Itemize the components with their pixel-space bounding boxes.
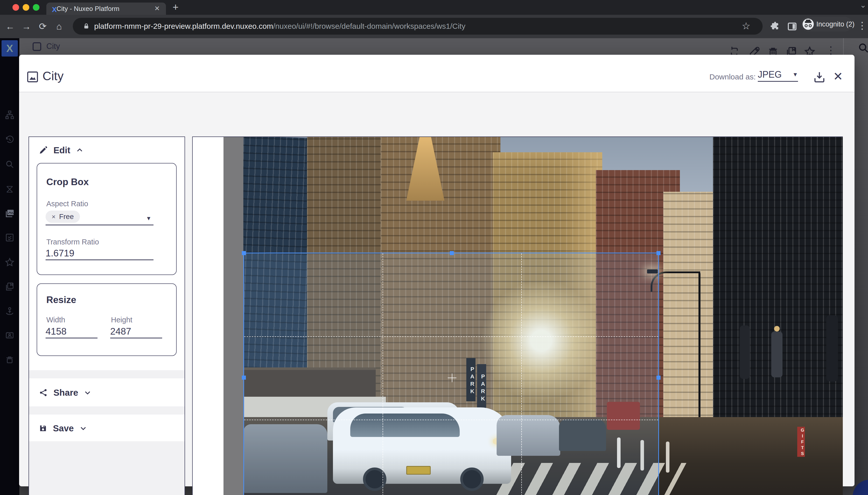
crop-guide-vertical [383, 253, 383, 495]
transform-ratio-input[interactable] [46, 247, 154, 260]
aspect-ratio-chip[interactable]: × Free [46, 210, 80, 223]
crop-handle-n[interactable] [450, 251, 454, 255]
edit-panel: Edit Crop Box Aspect Ratio × Free ▼ [29, 136, 185, 495]
extensions-puzzle-icon[interactable] [770, 21, 780, 32]
add-to-collection-icon[interactable] [785, 46, 797, 55]
sidebar-item-assets[interactable] [0, 208, 19, 219]
drawer-search-icon[interactable] [857, 42, 868, 54]
section-gap [29, 406, 185, 414]
incognito-label: Incognito (2) [816, 20, 854, 28]
document-menu-kebab-icon[interactable]: ⋮ [826, 44, 836, 55]
aspect-ratio-label: Aspect Ratio [46, 200, 88, 208]
download-button[interactable] [813, 70, 826, 84]
chip-remove-icon[interactable]: × [52, 213, 55, 221]
sidebar-item-browse[interactable] [0, 110, 19, 120]
delete-trash-icon[interactable] [767, 46, 779, 55]
edit-label: Edit [53, 145, 70, 155]
lock-icon [83, 22, 90, 31]
browser-menu-kebab-icon[interactable]: ⋮ [857, 20, 867, 31]
sidebar-item-workflow[interactable] [0, 233, 19, 242]
url-domain: platform-nmm-pr-29-preview.platform.dev.… [94, 22, 273, 30]
sidebar-item-collections[interactable] [0, 281, 19, 291]
dialog-header: City Download as: JPEG ▼ ✕ [19, 55, 854, 92]
save-section-header[interactable]: Save [29, 423, 185, 433]
sidebar-item-favorites[interactable] [0, 257, 19, 267]
sidebar-item-tasks-icon[interactable]: ⧖ [0, 183, 19, 195]
address-bar[interactable]: platform-nmm-pr-29-preview.platform.dev.… [73, 18, 763, 35]
aspect-caret-icon: ▼ [146, 215, 152, 222]
crop-handle-ne[interactable] [657, 251, 661, 255]
bookmark-star-icon[interactable]: ☆ [742, 20, 750, 32]
new-tab-button[interactable]: + [173, 1, 178, 13]
width-label: Width [46, 316, 65, 324]
resize-card: Resize Width Height [37, 284, 177, 356]
reload-button[interactable]: ⟳ [35, 21, 51, 32]
pencil-icon [39, 146, 48, 155]
save-label: Save [53, 423, 74, 433]
download-as-label: Download as: [709, 72, 756, 81]
crop-box[interactable] [243, 253, 659, 495]
sidebar-item-user-profile[interactable] [0, 330, 19, 340]
sidebar-item-trash[interactable] [0, 355, 19, 365]
screen: X City - Nuxeo Platform ✕ + ⌄ ← → ⟳ ⌂ pl… [0, 0, 868, 495]
crop-box-title: Crop Box [46, 177, 89, 187]
image-editor-dialog: City Download as: JPEG ▼ ✕ [19, 55, 854, 487]
sidebar-item-publish[interactable] [0, 306, 19, 316]
crop-handle-e[interactable] [657, 376, 661, 380]
home-button[interactable]: ⌂ [51, 21, 67, 32]
chevron-up-icon [76, 147, 84, 154]
crop-guide-horizontal [244, 420, 658, 420]
document-checkbox[interactable] [33, 42, 41, 51]
forward-button[interactable]: → [18, 21, 35, 32]
tab-search-chevron-icon[interactable]: ⌄ [860, 0, 866, 10]
window-minimize-button[interactable] [23, 4, 29, 11]
browser-tab[interactable]: X City - Nuxeo Platform ✕ [46, 2, 166, 15]
window-close-button[interactable] [13, 4, 19, 11]
tab-close-icon[interactable]: ✕ [154, 4, 160, 13]
aspect-ratio-select[interactable]: × Free ▼ [46, 210, 154, 225]
crop-center-crosshair [452, 374, 452, 382]
app-sidebar: X ⧖ ⚙ [0, 38, 19, 495]
transform-ratio-label: Transform Ratio [46, 238, 99, 246]
edit-section-header[interactable]: Edit [29, 145, 185, 155]
sidebar-item-search[interactable] [0, 159, 19, 169]
favorite-star-icon[interactable] [804, 46, 816, 55]
height-input[interactable] [110, 325, 162, 338]
crop-handle-nw[interactable] [242, 251, 246, 255]
header-divider [843, 38, 844, 55]
incognito-badge[interactable]: Incognito (2) [801, 17, 852, 32]
share-section-header[interactable]: Share [29, 388, 185, 398]
tab-title: City - Nuxeo Platform [56, 5, 119, 13]
chevron-down-icon [84, 389, 91, 396]
document-title-behind: City [46, 42, 60, 51]
window-zoom-button[interactable] [33, 4, 39, 11]
section-gap [29, 370, 185, 378]
url-text: platform-nmm-pr-29-preview.platform.dev.… [94, 22, 465, 31]
format-select[interactable]: JPEG ▼ [758, 68, 798, 82]
resize-title: Resize [46, 295, 76, 305]
dialog-title: City [42, 69, 64, 83]
crop-layer [243, 137, 843, 495]
format-value: JPEG [758, 69, 782, 80]
back-button[interactable]: ← [2, 21, 18, 32]
image-doc-icon [26, 70, 39, 84]
share-label: Share [53, 388, 78, 398]
page-header-dimmed: City ⋮ [19, 38, 868, 55]
nuxeo-logo[interactable]: X [1, 40, 18, 56]
edit-pencil-icon[interactable] [749, 46, 761, 55]
image-viewer: PARK PARK GIFTS [192, 136, 843, 495]
share-icon [39, 388, 48, 397]
width-input[interactable] [46, 325, 98, 338]
chevron-down-icon [80, 425, 87, 432]
dialog-body: Edit Crop Box Aspect Ratio × Free ▼ [19, 92, 854, 487]
edit-section: Edit Crop Box Aspect Ratio × Free ▼ [29, 137, 185, 370]
browser-tabstrip: X City - Nuxeo Platform ✕ + ⌄ [0, 0, 868, 15]
close-dialog-button[interactable]: ✕ [833, 69, 843, 83]
format-caret-icon: ▼ [793, 71, 798, 78]
crop-box-card: Crop Box Aspect Ratio × Free ▼ Transform… [37, 163, 177, 275]
crop-handle-w[interactable] [242, 376, 246, 380]
compare-icon[interactable] [729, 46, 740, 55]
sidebar-item-history[interactable] [0, 135, 19, 144]
side-panel-icon[interactable] [787, 21, 797, 32]
crop-guide-horizontal [244, 336, 658, 337]
